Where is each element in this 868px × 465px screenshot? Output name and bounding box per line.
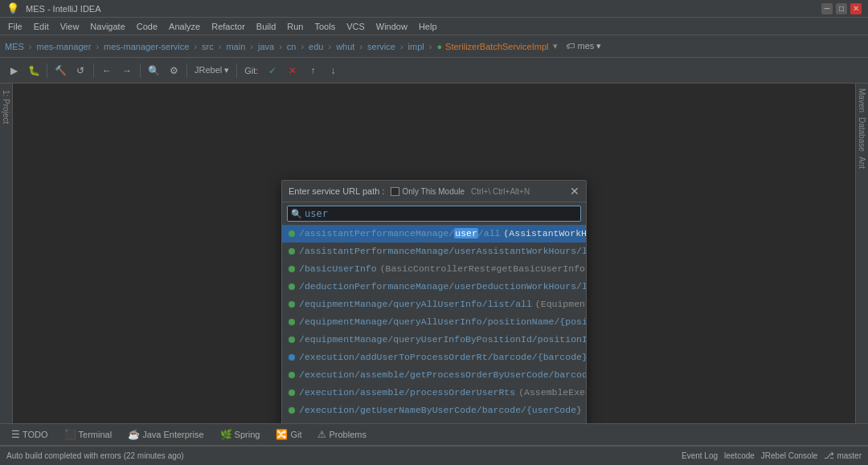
- nav-src[interactable]: src: [202, 42, 214, 51]
- menu-item-help[interactable]: Help: [414, 20, 442, 33]
- build-btn[interactable]: 🔨: [51, 62, 69, 80]
- menu-item-build[interactable]: Build: [252, 20, 280, 33]
- nav-service[interactable]: mes-manager-service: [104, 42, 189, 51]
- project-tab[interactable]: 1: Project: [1, 87, 11, 127]
- bottom-tabs: ☰TODO⬛Terminal☕Java Enterprise🌿Spring🔀Gi…: [0, 423, 868, 446]
- result-item-11[interactable]: /execution/processOrderUserRts (Executio…: [282, 419, 586, 423]
- bottom-tab-java-enterprise[interactable]: ☕Java Enterprise: [121, 427, 210, 442]
- tab-icon: 🌿: [220, 429, 232, 440]
- branch-name: master: [837, 451, 862, 460]
- toolbar-sep2: [93, 63, 94, 78]
- git-push-btn[interactable]: ↑: [304, 62, 321, 80]
- settings-btn[interactable]: ⚙: [165, 62, 182, 80]
- git-x-btn[interactable]: ✕: [284, 62, 301, 80]
- menu-item-tools[interactable]: Tools: [309, 20, 340, 33]
- url-search-input[interactable]: [305, 208, 577, 219]
- menu-item-view[interactable]: View: [55, 20, 84, 33]
- search-results-list: /assistantPerformanceManage/user/all (As…: [282, 225, 586, 423]
- search-header: Enter service URL path : Only This Modul…: [282, 181, 586, 202]
- event-log-link[interactable]: Event Log: [682, 451, 718, 460]
- search-header-label: Enter service URL path :: [289, 186, 384, 196]
- fwd-btn[interactable]: →: [118, 62, 136, 80]
- menu-item-edit[interactable]: Edit: [29, 20, 54, 33]
- tab-icon: ⚠: [317, 429, 326, 440]
- nav-main[interactable]: main: [226, 42, 245, 51]
- menu-item-window[interactable]: Window: [371, 20, 412, 33]
- search-close-button[interactable]: ✕: [570, 186, 579, 197]
- only-this-module-checkbox[interactable]: Only This Module: [391, 187, 465, 196]
- close-button[interactable]: ✕: [850, 3, 862, 14]
- menu-item-code[interactable]: Code: [132, 20, 162, 33]
- maximize-button[interactable]: □: [836, 3, 847, 14]
- menu-item-navigate[interactable]: Navigate: [85, 20, 129, 33]
- search-input-row: 🔍: [282, 202, 586, 225]
- database-tab[interactable]: Database: [857, 116, 867, 153]
- tab-icon: ⬛: [64, 429, 76, 440]
- nav-impl[interactable]: impl: [408, 42, 424, 51]
- result-path: /assistantPerformanceManage/user/all: [299, 226, 500, 241]
- git-check-btn[interactable]: ✓: [264, 62, 281, 80]
- menu-item-analyze[interactable]: Analyze: [164, 20, 205, 33]
- jrebel-console-link[interactable]: JRebel Console: [761, 451, 818, 460]
- nav-edu[interactable]: edu: [309, 42, 323, 51]
- nav-icon-file: ●: [436, 42, 442, 51]
- menu-item-vcs[interactable]: VCS: [342, 20, 370, 33]
- result-path: /basicUserInfo: [299, 262, 377, 276]
- result-path: /assistantPerformanceManage/userAssistan…: [299, 244, 586, 259]
- leetcode-link[interactable]: leetcode: [724, 451, 755, 460]
- bottom-tab-terminal[interactable]: ⬛Terminal: [58, 427, 119, 442]
- result-item-8[interactable]: /execution/assemble/getProcessOrderByUse…: [282, 366, 586, 384]
- bottom-tab-spring[interactable]: 🌿Spring: [214, 427, 267, 442]
- tab-icon: ☕: [128, 429, 140, 440]
- bottom-tab-problems[interactable]: ⚠Problems: [311, 427, 372, 442]
- bottom-tab-todo[interactable]: ☰TODO: [5, 427, 55, 442]
- run-btn[interactable]: ▶: [5, 62, 23, 80]
- bottom-tab-git[interactable]: 🔀Git: [269, 427, 308, 442]
- result-item-5[interactable]: /equipmentManage/queryAllUserInfo/positi…: [282, 313, 586, 331]
- result-item-3[interactable]: /deductionPerformanceManage/userDeductio…: [282, 278, 586, 296]
- toolbar: ▶ 🐛 🔨 ↺ ← → 🔍 ⚙ JRebel ▾ Git: ✓ ✕ ↑ ↓: [0, 58, 868, 84]
- result-item-1[interactable]: /assistantPerformanceManage/userAssistan…: [282, 243, 586, 260]
- nav-cn[interactable]: cn: [287, 42, 297, 51]
- dot-indicator: [289, 390, 295, 396]
- result-item-0[interactable]: /assistantPerformanceManage/user/all (As…: [282, 225, 586, 243]
- result-path: /deductionPerformanceManage/userDeductio…: [299, 279, 586, 294]
- git-pull-btn[interactable]: ↓: [324, 62, 342, 80]
- result-item-6[interactable]: /equipmentManage/queryUserInfoByPosition…: [282, 331, 586, 349]
- tab-label: Spring: [235, 430, 260, 439]
- dot-indicator: [289, 248, 295, 255]
- main-area: 1: Project Enter service URL path : Only…: [0, 84, 868, 423]
- result-item-2[interactable]: /basicUserInfo (BasicControllerRest#getB…: [282, 260, 586, 278]
- minimize-button[interactable]: ─: [821, 3, 833, 14]
- toolbar-sep5: [236, 63, 237, 78]
- maven-tab[interactable]: Maven: [857, 87, 867, 114]
- git-branch[interactable]: ⎇ master: [824, 451, 862, 461]
- nav-whut[interactable]: whut: [336, 42, 354, 51]
- nav-service2[interactable]: service: [367, 42, 395, 51]
- menu-item-run[interactable]: Run: [282, 20, 308, 33]
- ant-tab[interactable]: Ant: [857, 155, 867, 170]
- sync-btn[interactable]: ↺: [72, 62, 89, 80]
- nav-mes-manager[interactable]: mes-manager: [37, 42, 92, 51]
- menu-item-file[interactable]: File: [3, 20, 27, 33]
- result-desc: (AssistantWorkHoursControllerRest#getAll…: [503, 226, 586, 241]
- search-input-wrapper: 🔍: [287, 206, 581, 222]
- title-bar-controls: ─ □ ✕: [821, 3, 862, 14]
- debug-btn[interactable]: 🐛: [25, 62, 43, 80]
- back-btn[interactable]: ←: [98, 62, 116, 80]
- nav-mes[interactable]: MES: [5, 42, 24, 51]
- nav-java[interactable]: java: [258, 42, 274, 51]
- result-item-4[interactable]: /equipmentManage/queryAllUserInfo/list/a…: [282, 296, 586, 313]
- result-item-10[interactable]: /execution/getUserNameByUserCode/barcode…: [282, 402, 586, 419]
- result-item-7[interactable]: /execution/addUserToProcessOrderRt/barco…: [282, 349, 586, 366]
- search-shortcut: Ctrl+\ Ctrl+Alt+N: [471, 187, 530, 196]
- result-item-9[interactable]: /execution/assemble/processOrderUserRts …: [282, 384, 586, 402]
- search-everywhere-btn[interactable]: 🔍: [145, 62, 162, 80]
- result-path: /execution/addUserToProcessOrderRt/barco…: [299, 350, 586, 365]
- tab-label: TODO: [23, 430, 48, 439]
- nav-current-file[interactable]: SterilizerBatchServiceImpl: [445, 42, 548, 51]
- right-sidebar: Maven Database Ant: [855, 84, 868, 423]
- menu-item-refactor[interactable]: Refactor: [207, 20, 250, 33]
- app-icon: 💡: [6, 2, 19, 14]
- dot-indicator: [289, 301, 295, 308]
